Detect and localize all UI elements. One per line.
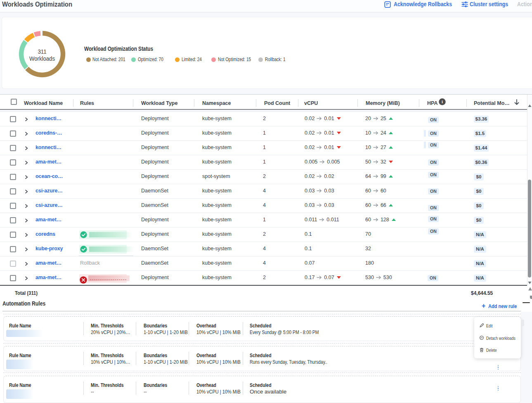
svg-text:i: i: [442, 99, 443, 104]
